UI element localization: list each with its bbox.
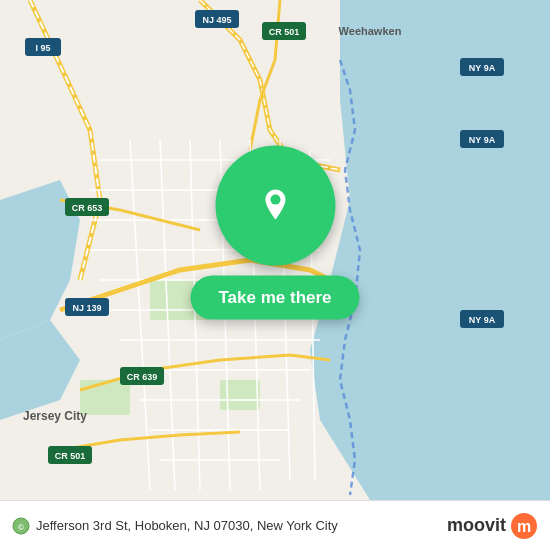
footer-bar: © Jefferson 3rd St, Hoboken, NJ 07030, N… xyxy=(0,500,550,550)
location-card: Take me there xyxy=(190,146,359,320)
svg-text:©: © xyxy=(18,523,24,532)
svg-text:I 95: I 95 xyxy=(35,43,50,53)
svg-text:CR 501: CR 501 xyxy=(269,27,300,37)
svg-rect-6 xyxy=(220,380,260,410)
svg-point-48 xyxy=(270,195,280,205)
pin-icon xyxy=(253,184,297,228)
svg-text:CR 639: CR 639 xyxy=(127,372,158,382)
location-circle xyxy=(215,146,335,266)
svg-text:NY 9A: NY 9A xyxy=(469,135,496,145)
svg-text:NY 9A: NY 9A xyxy=(469,63,496,73)
svg-text:NJ 495: NJ 495 xyxy=(202,15,231,25)
svg-text:NJ 139: NJ 139 xyxy=(72,303,101,313)
take-me-there-button[interactable]: Take me there xyxy=(190,276,359,320)
map-container: I 95 NJ 495 CR 501 CR 653 NJ 139 CR 501 … xyxy=(0,0,550,500)
moovit-icon: m xyxy=(510,512,538,540)
svg-text:Weehawken: Weehawken xyxy=(339,25,402,37)
footer-address: Jefferson 3rd St, Hoboken, NJ 07030, New… xyxy=(36,518,338,533)
svg-text:m: m xyxy=(517,518,531,535)
svg-rect-5 xyxy=(80,380,130,415)
osm-logo-icon: © xyxy=(12,517,30,535)
footer-right: moovit m xyxy=(447,512,538,540)
svg-text:CR 501: CR 501 xyxy=(55,451,86,461)
svg-text:CR 653: CR 653 xyxy=(72,203,103,213)
svg-text:Jersey City: Jersey City xyxy=(23,409,87,423)
moovit-brand: moovit xyxy=(447,515,506,536)
footer-left: © Jefferson 3rd St, Hoboken, NJ 07030, N… xyxy=(12,517,338,535)
svg-text:NY 9A: NY 9A xyxy=(469,315,496,325)
